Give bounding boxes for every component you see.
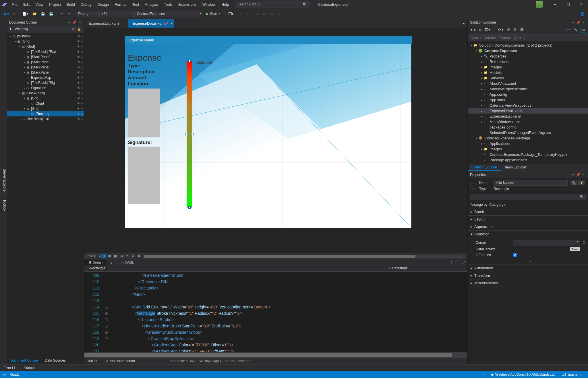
tab-error-list[interactable]: Error List (0, 365, 21, 371)
sln-preview-button[interactable]: ▭ (580, 27, 586, 33)
solution-node[interactable]: ▸🔧Properties (468, 53, 588, 59)
solution-node[interactable]: ▸▫AddNewExpense.xaml (468, 86, 588, 92)
live-share-button[interactable]: 👤 (579, 11, 586, 17)
solution-node[interactable]: ▸▫CalendarViewWrapper.cs (468, 103, 588, 108)
menu-tools[interactable]: Tools (161, 1, 175, 8)
visibility-icon[interactable]: 👁 (77, 81, 80, 85)
ruler-button[interactable]: ▭ (130, 254, 136, 258)
selection-handle-top[interactable] (188, 60, 191, 62)
code-content[interactable]: </LinearGradientBrush> </Rectangle.Fill>… (110, 272, 467, 352)
sln-sync-button[interactable]: ⟲ ▾ (497, 27, 504, 33)
name-field[interactable]: <No Name> (494, 180, 568, 186)
expand-icon[interactable]: ▸ (22, 71, 26, 74)
open-button[interactable]: 📂 (31, 11, 38, 17)
visibility-icon[interactable]: 👁 (77, 117, 80, 121)
menu-window[interactable]: Window (200, 1, 218, 8)
props-category-header[interactable]: ▸Transform (468, 272, 588, 279)
search-box[interactable]: Search (Ctrl+Q) 🔍 (235, 1, 310, 7)
step-button-1[interactable]: ⎆ (239, 11, 244, 17)
layout-button-4[interactable]: ▭ (276, 11, 282, 17)
outline-node[interactable]: ▸▦[StackPanel]👁○ (7, 54, 84, 60)
solution-node[interactable]: ▸▫App.xaml (468, 97, 588, 103)
lock-slot-icon[interactable]: ○ (81, 81, 83, 85)
sln-home-icon[interactable]: ⌂ (478, 27, 482, 33)
expand-icon[interactable]: ▾ (475, 49, 479, 52)
visibility-icon[interactable]: 👁 (77, 71, 80, 74)
expand-icon[interactable]: ▸ (480, 71, 484, 74)
outline-node[interactable]: ◇ExpenseMap👁○ (7, 75, 84, 80)
solution-node[interactable]: ▫ContosoExpenses.Package_TemporaryKey.pf… (468, 152, 588, 157)
blame-label[interactable]: Sebastien Bovo, 242 days ago | 1 author,… (172, 359, 250, 363)
lock-slot-icon[interactable]: ○ (81, 50, 83, 53)
visibility-icon[interactable]: 👁 (77, 107, 80, 110)
expand-icon[interactable]: ▸ (480, 82, 484, 85)
swap-panes-button[interactable]: ↕ (107, 260, 117, 265)
step-button-2[interactable]: ⎆ (245, 11, 250, 17)
outline-node[interactable]: ▸▦[StackPanel]👁○ (7, 65, 84, 70)
sln-pending-button[interactable]: 🗔▾ (484, 27, 491, 33)
visibility-icon[interactable]: 👁 (77, 76, 80, 79)
outline-node[interactable]: ▸▦[StackPanel]👁○ (7, 70, 84, 75)
tab-overflow[interactable]: ▾ (461, 19, 467, 28)
solution-node[interactable]: ▸📁Images (468, 146, 588, 152)
visibility-icon[interactable]: 👁 (77, 102, 80, 105)
lock-slot-icon[interactable]: ○ (81, 71, 83, 74)
toolbar-extra-button[interactable]: 🗔▾ (227, 11, 235, 17)
doc-tab[interactable]: ExpensesList.xaml (84, 19, 128, 28)
design-pane-tab[interactable]: ▦ Design (84, 260, 107, 265)
visibility-icon[interactable]: 👁 (77, 97, 80, 100)
solution-node[interactable]: ▾📦ContosoExpenses.Package (468, 135, 588, 141)
solution-search-input[interactable] (468, 34, 588, 41)
props-pin-icon[interactable]: 📌 (576, 173, 581, 177)
props-category-header[interactable]: ▾Common (468, 231, 588, 238)
visibility-icon[interactable]: 👁 (77, 50, 80, 53)
expand-icon[interactable]: ▾ (22, 107, 26, 110)
up-icon[interactable]: ⬆ (9, 27, 12, 31)
expand-icon[interactable]: ▾ (469, 44, 473, 47)
solution-node[interactable]: ▫SelectedDatesChangedEventArgs.cs (468, 130, 588, 135)
solution-node[interactable]: ▫Package.appxmanifest (468, 157, 588, 163)
designer-hscroll[interactable] (144, 254, 463, 258)
user-avatar[interactable] (536, 1, 543, 8)
issues-label[interactable]: No issues found (110, 359, 135, 363)
visibility-icon[interactable]: 👁 (77, 60, 80, 64)
menu-build[interactable]: Build (64, 1, 78, 8)
expand-icon[interactable]: ▸ (480, 120, 484, 123)
start-button[interactable]: ▶ Start ▾ (204, 11, 223, 17)
editor-zoom[interactable]: 100 % (87, 359, 97, 363)
sln-show-all-button[interactable]: 🗐 (519, 27, 525, 33)
pin-icon[interactable]: 📌 (165, 22, 168, 25)
snap-button[interactable]: ⇲ (119, 254, 124, 258)
split-vert-button[interactable]: ▯ (449, 260, 453, 264)
grid-mode-3[interactable]: ▦ (113, 254, 118, 258)
outline-node[interactable]: ▭[TextBlock] "10👁○ (7, 116, 84, 122)
eye-icon[interactable]: 👁 (71, 27, 76, 31)
panel-close-icon[interactable]: ✕ (78, 21, 82, 24)
lock-slot-icon[interactable]: ○ (81, 91, 83, 95)
nav-back-button[interactable]: ◉ ▾ (2, 11, 11, 17)
outline-node[interactable]: ▾▦[DockPanel]👁○ (7, 91, 84, 96)
xaml-code-editor[interactable]: 109110111112113114115116117118119120121 … (84, 272, 467, 352)
expand-icon[interactable]: ▸ (480, 142, 484, 145)
solution-node[interactable]: ▸▫ExpensesList.xaml (468, 114, 588, 119)
lock-slot-icon[interactable]: ○ (81, 117, 83, 121)
menu-view[interactable]: View (32, 1, 46, 8)
selection-handle-right[interactable] (191, 133, 194, 135)
server-explorer-tab[interactable]: Server Explorer (3, 169, 7, 193)
outline-node[interactable]: ▾▦[Grid]👁○ (7, 106, 84, 111)
expand-icon[interactable]: ▸ (22, 61, 26, 64)
outline-node[interactable]: ▭[Rectang👁○ (7, 111, 84, 116)
visibility-icon[interactable]: 👁 (77, 112, 80, 116)
expand-icon[interactable]: ▾ (9, 35, 13, 38)
editor-hscroll[interactable] (84, 352, 467, 357)
close-button[interactable]: ✕ (575, 0, 588, 9)
lock-slot-icon[interactable]: ○ (81, 66, 83, 69)
breadcrumb-right[interactable]: Rectangle (392, 266, 408, 270)
solution-node[interactable]: ▫App.config (468, 92, 588, 97)
save-all-button[interactable]: 💾 (47, 11, 55, 17)
outline-node[interactable]: ▾▦[Grid]👁○ (7, 44, 84, 49)
outline-tab-data[interactable]: Data Sources (41, 357, 69, 364)
outline-node[interactable]: ▸◇Signature👁○ (7, 85, 84, 91)
startup-project-dropdown[interactable]: ContosoExpenses (134, 11, 203, 17)
panel-dropdown-icon[interactable]: ▾ (68, 21, 71, 24)
